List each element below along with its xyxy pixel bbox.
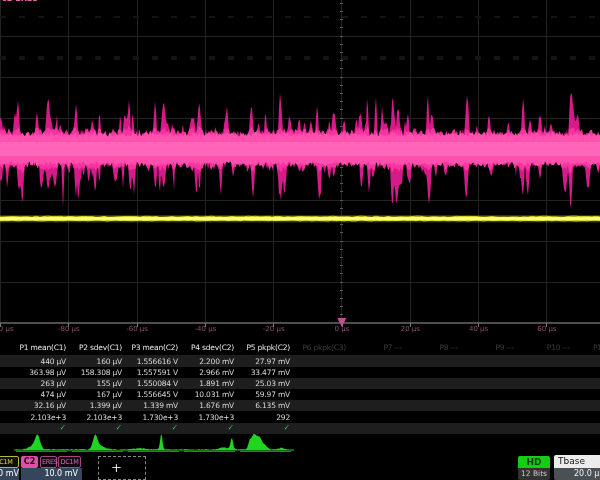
- measure-value: 2.103e+3: [12, 413, 66, 422]
- time-axis-label: -20 µs: [263, 325, 285, 333]
- timebase-box[interactable]: Tbase20.0 µs/div: [554, 455, 600, 480]
- measure-value: 440 µV: [12, 357, 66, 366]
- c1-trace[interactable]: [0, 215, 600, 222]
- status-check-icon: ✓: [236, 423, 290, 432]
- oscilloscope-screen: C2 ERES -100 µs-80 µs-60 µs-40 µs-20 µs0…: [0, 0, 600, 480]
- measure-value: 25.03 mV: [236, 379, 290, 388]
- parameter-header-p8[interactable]: P8 ---: [404, 343, 458, 352]
- measure-value: 2.103e+3: [68, 413, 122, 422]
- measure-value: 1.339 mV: [124, 401, 178, 410]
- plus-icon: +: [111, 460, 122, 475]
- histicon-p2[interactable]: [70, 435, 126, 452]
- parameter-header-p1[interactable]: P1 mean(C1): [12, 343, 66, 352]
- measure-value: 160 µV: [68, 357, 122, 366]
- hd-label: HD: [518, 456, 550, 468]
- measure-value: 1.550084 V: [124, 379, 178, 388]
- parameter-header-p10[interactable]: P10 ---: [516, 343, 570, 352]
- status-check-icon: ✓: [124, 423, 178, 432]
- c2-eres-badge: ERES: [40, 456, 57, 468]
- timebase-per-div: 20.0 µs/div: [554, 468, 600, 480]
- trace-annotation-label: C2 ERES: [1, 0, 38, 5]
- measure-value: 1.730e+3: [124, 413, 178, 422]
- time-axis-label: -100 µs: [0, 325, 14, 333]
- parameter-header-p7[interactable]: P7 ---: [348, 343, 402, 352]
- measure-value: 2.200 mV: [180, 357, 234, 366]
- time-axis-label: -60 µs: [126, 325, 148, 333]
- status-check-icon: ✓: [180, 423, 234, 432]
- measure-value: 158.308 µV: [68, 368, 122, 377]
- parameter-header-p6[interactable]: P6 pkpk(C3): [292, 343, 346, 352]
- c1-coupling-badge: DC1M: [0, 456, 19, 468]
- measure-value: 1.556616 V: [124, 357, 178, 366]
- measure-value: 167 µV: [68, 390, 122, 399]
- measure-value: 1.556645 V: [124, 390, 178, 399]
- time-axis-label: 40 µs: [469, 325, 488, 333]
- histicon-p1[interactable]: [14, 435, 70, 452]
- time-axis-label: 60 µs: [537, 325, 556, 333]
- measure-value: 2.966 mV: [180, 368, 234, 377]
- parameter-header-p11[interactable]: P11: [593, 343, 600, 352]
- measure-value: 27.97 mV: [236, 357, 290, 366]
- measure-value: 155 µV: [68, 379, 122, 388]
- measure-value: 1.399 µV: [68, 401, 122, 410]
- measure-value: 32.16 µV: [12, 401, 66, 410]
- parameter-header-p2[interactable]: P2 sdev(C1): [68, 343, 122, 352]
- status-check-icon: ✓: [12, 423, 66, 432]
- histicon-p5[interactable]: [238, 433, 294, 451]
- c2-vdiv-readout: 10.0 mV: [21, 468, 82, 480]
- measure-value: 10.031 mV: [180, 390, 234, 399]
- measure-value: 474 µV: [12, 390, 66, 399]
- histicon-p4[interactable]: [182, 438, 238, 451]
- status-check-icon: ✓: [68, 423, 122, 432]
- measure-value: 1.730e+3: [180, 413, 234, 422]
- histicon-p3[interactable]: [126, 434, 182, 451]
- measure-value: 263 µV: [12, 379, 66, 388]
- measure-value: 1.891 mV: [180, 379, 234, 388]
- timebase-label: Tbase: [554, 455, 600, 468]
- c2-trace[interactable]: [0, 93, 600, 208]
- c2-channel-chip: C2: [21, 456, 38, 468]
- measure-value: 33.477 mV: [236, 368, 290, 377]
- hd-bits-label: 12 Bits: [518, 468, 550, 480]
- c1-vdiv-readout: 10.0 mV: [0, 468, 19, 480]
- time-axis-label: -80 µs: [58, 325, 80, 333]
- c2-descriptor-box[interactable]: C2ERESDC1M10.0 mV: [20, 455, 82, 480]
- c1-descriptor-box[interactable]: DC1M10.0 mV: [0, 455, 19, 480]
- parameter-header-p5[interactable]: P5 pkpk(C2): [236, 343, 290, 352]
- histicons: [14, 433, 294, 451]
- parameter-header-p9[interactable]: P9 ---: [460, 343, 514, 352]
- measure-value: 1.557591 V: [124, 368, 178, 377]
- measure-value: 363.98 µV: [12, 368, 66, 377]
- measure-value: 1.676 mV: [180, 401, 234, 410]
- c2-coupling-badge: DC1M: [58, 456, 81, 468]
- time-axis-label: 0 µs: [335, 325, 350, 333]
- measure-value: 292: [236, 413, 290, 422]
- time-axis-label: -40 µs: [195, 325, 217, 333]
- parameter-header-p3[interactable]: P3 mean(C2): [124, 343, 178, 352]
- parameter-header-p4[interactable]: P4 sdev(C2): [180, 343, 234, 352]
- measure-value: 59.97 mV: [236, 390, 290, 399]
- add-trace-button[interactable]: +: [98, 456, 146, 480]
- time-axis-label: 20 µs: [401, 325, 420, 333]
- hd-mode-box[interactable]: HD12 Bits: [518, 456, 550, 480]
- measure-value: 6.135 mV: [236, 401, 290, 410]
